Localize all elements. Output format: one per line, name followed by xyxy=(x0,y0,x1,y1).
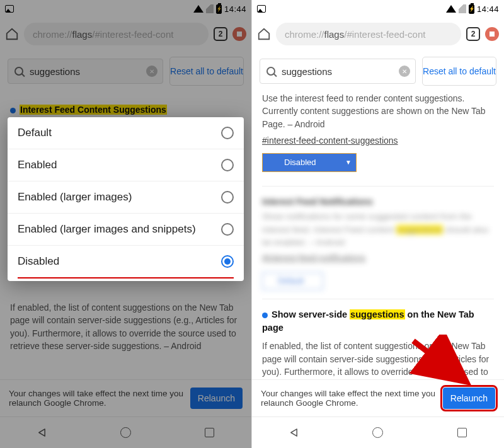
search-input[interactable]: suggestions ✕ xyxy=(260,59,416,84)
option-default[interactable]: Default xyxy=(8,117,244,149)
picture-icon xyxy=(5,5,14,13)
clock: 14:44 xyxy=(224,4,246,14)
relaunch-button[interactable]: Relaunch xyxy=(190,388,243,409)
status-bar: ⚡ 14:44 xyxy=(0,0,251,18)
option-disabled[interactable]: Disabled xyxy=(8,245,244,277)
search-row: suggestions ✕ Reset all to default xyxy=(0,50,251,92)
wifi-icon xyxy=(193,5,203,13)
clear-icon[interactable]: ✕ xyxy=(146,66,158,77)
clear-icon[interactable]: ✕ xyxy=(399,66,410,77)
url-field[interactable]: chrome://flags/#interest-feed-cont xyxy=(24,23,209,45)
relaunch-banner: Your changes will take effect the next t… xyxy=(252,379,504,416)
modified-dot-icon xyxy=(10,108,16,113)
radio-icon xyxy=(221,223,234,236)
stop-icon[interactable] xyxy=(485,27,499,41)
flag-title: Interest Feed Content Suggestions xyxy=(10,103,241,116)
flag-dropdown[interactable]: Disabled ▼ xyxy=(262,153,357,172)
search-icon xyxy=(14,67,23,76)
home-icon[interactable] xyxy=(257,27,271,41)
reset-button[interactable]: Reset all to default xyxy=(422,57,496,86)
status-bar: ⚡ 14:44 xyxy=(252,0,504,18)
divider xyxy=(262,186,494,187)
nav-bar xyxy=(0,416,251,448)
battery-icon: ⚡ xyxy=(469,4,474,14)
option-enabled-larger-images-and-snippets[interactable]: Enabled (larger images and snippets) xyxy=(8,213,244,245)
radio-selected-icon xyxy=(221,255,234,268)
battery-icon: ⚡ xyxy=(216,4,222,14)
reset-button[interactable]: Reset all to default xyxy=(169,57,244,86)
flag-title: Show server-side suggestions on the New … xyxy=(262,308,494,335)
pane-left: ⚡ 14:44 chrome://flags/#interest-feed-co… xyxy=(0,0,252,448)
no-sim-icon xyxy=(459,4,466,13)
tab-switcher[interactable]: 2 xyxy=(214,27,227,41)
nav-bar xyxy=(252,416,504,448)
radio-icon xyxy=(221,159,234,171)
tab-switcher[interactable]: 2 xyxy=(466,27,480,41)
chevron-down-icon: ▼ xyxy=(341,154,356,171)
stop-icon[interactable] xyxy=(232,27,246,41)
annotation-underline xyxy=(18,277,234,279)
nav-home-icon[interactable] xyxy=(120,427,131,438)
home-icon[interactable] xyxy=(5,27,19,41)
radio-icon xyxy=(221,127,234,139)
url-bar: chrome://flags/#interest-feed-cont 2 xyxy=(252,18,504,50)
no-sim-icon xyxy=(206,4,214,13)
nav-recent-icon[interactable] xyxy=(457,428,467,437)
relaunch-button[interactable]: Relaunch xyxy=(443,388,495,409)
banner-message: Your changes will take effect the next t… xyxy=(261,389,437,408)
option-enabled-larger-images[interactable]: Enabled (larger images) xyxy=(8,181,244,213)
banner-message: Your changes will take effect the next t… xyxy=(9,389,184,408)
modified-dot-icon xyxy=(262,313,268,318)
clock: 14:44 xyxy=(477,4,499,14)
divider xyxy=(262,299,494,299)
url-bar: chrome://flags/#interest-feed-cont 2 xyxy=(0,18,251,50)
nav-recent-icon[interactable] xyxy=(205,428,214,437)
picture-icon xyxy=(257,5,266,13)
search-icon xyxy=(266,67,275,76)
radio-icon xyxy=(221,191,234,204)
nav-back-icon[interactable] xyxy=(289,428,299,437)
flag-description: Use the interest feed to render content … xyxy=(262,92,494,130)
option-enabled[interactable]: Enabled xyxy=(8,149,244,181)
options-dialog: Default Enabled Enabled (larger images) … xyxy=(8,117,244,281)
relaunch-banner: Your changes will take effect the next t… xyxy=(0,379,251,416)
nav-back-icon[interactable] xyxy=(37,428,47,437)
pane-right: ⚡ 14:44 chrome://flags/#interest-feed-co… xyxy=(252,0,504,448)
flag-description: If enabled, the list of content suggesti… xyxy=(10,301,241,352)
nav-home-icon[interactable] xyxy=(372,427,383,438)
search-input[interactable]: suggestions ✕ xyxy=(8,59,163,84)
wifi-icon xyxy=(446,5,456,13)
blurred-flag: Interest Feed Notifications Show notific… xyxy=(262,195,494,290)
search-row: suggestions ✕ Reset all to default xyxy=(252,50,504,92)
url-field[interactable]: chrome://flags/#interest-feed-cont xyxy=(276,23,461,45)
flag-anchor[interactable]: #interest-feed-content-suggestions xyxy=(262,134,494,147)
